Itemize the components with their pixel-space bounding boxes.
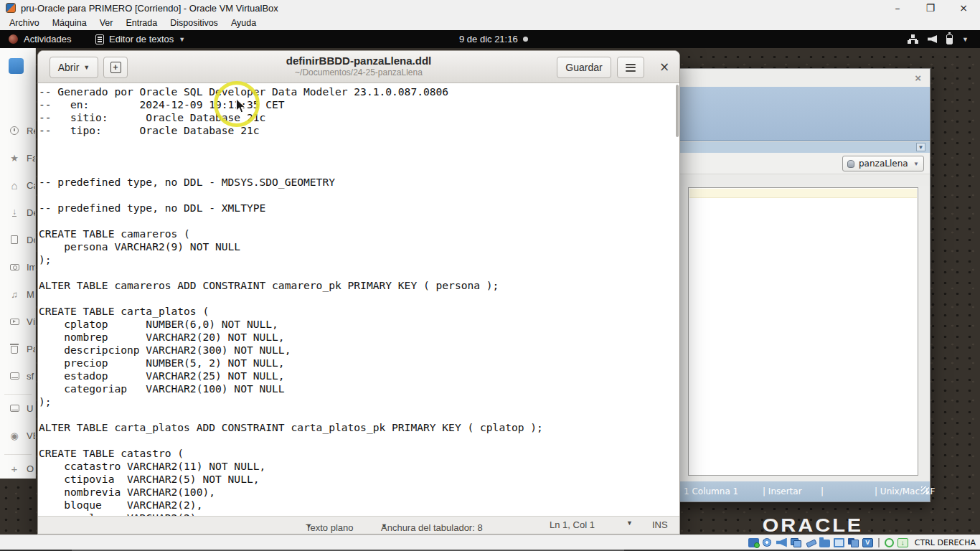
- vm-features-icon[interactable]: V: [862, 538, 873, 547]
- chevron-down-icon: ▼: [179, 36, 185, 43]
- downloads-icon: ↓: [9, 208, 20, 217]
- files-app-icon[interactable]: [9, 58, 24, 74]
- sidebar-item-vbox-cd[interactable]: ◉VB: [9, 428, 36, 443]
- menu-ayuda[interactable]: Ayuda: [225, 16, 263, 30]
- hard-disks-icon[interactable]: [748, 538, 759, 547]
- sidebar-item-imagenes[interactable]: Im: [9, 260, 36, 274]
- resize-grip[interactable]: [921, 486, 929, 494]
- host-titlebar: pru-Oracle para PRIMERO [Corriendo] - Or…: [0, 0, 980, 16]
- host-key-label: CTRL DERECHA: [915, 538, 976, 547]
- sidebar-item-recientes[interactable]: Re: [9, 123, 36, 138]
- sidebar-item-descargas[interactable]: ↓De: [9, 205, 36, 220]
- recording-icon[interactable]: [848, 538, 859, 547]
- insert-mode-indicator: INS: [652, 519, 668, 530]
- mouse-integration-icon[interactable]: [885, 538, 894, 547]
- drive-icon: [9, 405, 20, 412]
- sidebar-item-documentos[interactable]: Do: [9, 232, 36, 247]
- sidebar-item-carpeta-personal[interactable]: ⌂Ca: [9, 178, 36, 192]
- display-icon[interactable]: [834, 538, 844, 547]
- sidebar-separator: [4, 454, 32, 455]
- file-chooser-sidebar: Re ★Fa ⌂Ca ↓De Do Im ♫M Ví Pa sf U ◉VB +…: [0, 48, 36, 479]
- vbox-menubar: Archivo Máquina Ver Entrada Dispositivos…: [0, 16, 980, 30]
- sql-worksheet[interactable]: [688, 187, 918, 476]
- database-icon: [847, 160, 854, 168]
- statusbar-separator: |: [821, 486, 824, 496]
- menu-archivo[interactable]: Archivo: [3, 16, 46, 30]
- shared-folders-icon[interactable]: [819, 540, 830, 547]
- plus-icon: +: [9, 463, 20, 475]
- audio-icon[interactable]: [776, 538, 787, 547]
- keyboard-capture-icon[interactable]: ↓: [897, 538, 908, 547]
- current-line-highlight: [689, 189, 917, 198]
- screen: pru-Oracle para PRIMERO [Corriendo] - Or…: [0, 0, 980, 551]
- media-indicator-dot-icon: [523, 37, 528, 42]
- oracle-wallpaper-logo: ORACLE: [752, 514, 874, 534]
- menu-maquina[interactable]: Máquina: [46, 16, 93, 30]
- pictures-icon: [9, 264, 20, 270]
- chevron-down-icon: ▼: [306, 522, 312, 529]
- music-icon: ♫: [9, 289, 20, 300]
- activities-icon: [9, 34, 18, 44]
- close-button[interactable]: ×: [947, 0, 980, 16]
- new-tab-button[interactable]: +: [103, 57, 128, 78]
- guest-desktop: Actividades Editor de textos ▼ 9 de dic …: [0, 30, 980, 534]
- battery-icon: [946, 34, 953, 44]
- host-window-title: pru-Oracle para PRIMERO [Corriendo] - Or…: [21, 3, 278, 14]
- sidebar-item-usb[interactable]: U: [9, 401, 33, 415]
- trash-icon: [9, 344, 20, 354]
- mouse-cursor-icon: [235, 98, 246, 114]
- sidebar-separator: [4, 394, 32, 395]
- statusbar-separator: [878, 538, 880, 547]
- editor-statusbar: Texto plano ▼ Anchura del tabulador: 8 ▼…: [38, 516, 679, 534]
- drive-icon: [9, 372, 20, 380]
- menu-entrada[interactable]: Entrada: [119, 16, 164, 30]
- vbox-statusbar: V ↓ CTRL DERECHA: [0, 534, 980, 550]
- chevron-down-icon[interactable]: ▼: [626, 519, 633, 527]
- hamburger-menu-button[interactable]: [617, 57, 644, 78]
- connection-selector[interactable]: panzaLlena ▼: [842, 156, 924, 171]
- chevron-down-icon: ▼: [381, 522, 387, 529]
- save-button[interactable]: Guardar: [557, 57, 611, 78]
- sidebar-item-videos[interactable]: Ví: [9, 314, 35, 329]
- sidebar-item-favoritos[interactable]: ★Fa: [9, 151, 36, 165]
- document-code: -- Generado por Oracle SQL Developer Dat…: [39, 85, 543, 516]
- editor-headerbar: Abrir ▼ + definirBBDD-panzaLlena.ddl ~/D…: [38, 51, 679, 83]
- statusbar-insert-mode: | Insertar: [763, 486, 802, 496]
- activities-button[interactable]: Actividades: [9, 30, 71, 48]
- usb-devices-icon[interactable]: [805, 538, 816, 547]
- gnome-top-bar: Actividades Editor de textos ▼ 9 de dic …: [0, 30, 980, 48]
- network-icon: [908, 34, 918, 44]
- host-window-controls: – ❐ ×: [881, 0, 980, 16]
- close-icon[interactable]: ×: [656, 60, 672, 75]
- documents-icon: [9, 235, 20, 244]
- chevron-down-icon: ▼: [962, 36, 969, 43]
- restore-button[interactable]: ❐: [914, 0, 947, 16]
- home-icon: ⌂: [9, 179, 20, 192]
- minimize-button[interactable]: –: [881, 0, 914, 16]
- chevron-down-icon: ▼: [913, 161, 919, 167]
- system-tray[interactable]: ▼: [908, 30, 969, 48]
- chevron-down-icon: ▼: [83, 64, 90, 71]
- sidebar-item-musica[interactable]: ♫M: [9, 287, 34, 301]
- menu-dispositivos[interactable]: Dispositivos: [164, 16, 225, 30]
- text-edit-area[interactable]: -- Generado por Oracle SQL Developer Dat…: [38, 83, 679, 516]
- collapse-panel-icon[interactable]: ▼: [916, 143, 925, 151]
- text-editor-window: Abrir ▼ + definirBBDD-panzaLlena.ddl ~/D…: [37, 50, 680, 534]
- volume-icon: [928, 35, 937, 43]
- cursor-position[interactable]: Ln 1, Col 1: [550, 519, 595, 530]
- menu-ver[interactable]: Ver: [93, 16, 120, 30]
- close-icon[interactable]: ×: [915, 72, 921, 84]
- sidebar-item-otras-ubicaciones[interactable]: +O: [9, 461, 34, 476]
- sidebar-item-sf-share[interactable]: sf: [9, 369, 34, 383]
- text-editor-icon: [95, 34, 104, 44]
- disc-icon: ◉: [9, 430, 20, 441]
- statusbar-column: 1 Columna 1: [684, 486, 738, 496]
- open-button[interactable]: Abrir ▼: [50, 57, 98, 78]
- videos-icon: [9, 319, 20, 325]
- network-adapters-icon[interactable]: [791, 538, 801, 547]
- app-menu-button[interactable]: Editor de textos ▼: [95, 30, 185, 48]
- scrollbar-thumb[interactable]: [676, 85, 679, 137]
- clock-button[interactable]: 9 de dic 21:16: [459, 30, 528, 48]
- optical-drives-icon[interactable]: [763, 538, 773, 547]
- sidebar-item-papelera[interactable]: Pa: [9, 342, 36, 356]
